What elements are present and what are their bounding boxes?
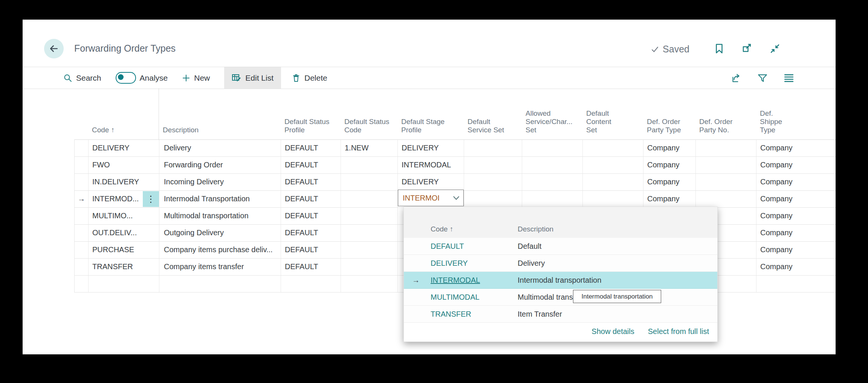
cell-allowed-service-char-set[interactable] — [522, 140, 583, 156]
bookmark-button[interactable] — [713, 42, 726, 55]
filter-button[interactable] — [757, 73, 768, 83]
cell-default-status-profile[interactable]: DEFAULT — [281, 140, 341, 156]
dropdown-row-selected[interactable]: → INTERMODAL Intermodal transportation — [404, 272, 717, 289]
cell-default-stage-profile[interactable]: DELIVERY — [398, 174, 464, 190]
cell-def-shipper-type[interactable]: Company — [756, 225, 836, 241]
dropdown-row-code[interactable]: DEFAULT — [431, 238, 464, 254]
cell-def-order-party-no[interactable] — [696, 157, 756, 173]
column-header-description[interactable]: Description — [159, 88, 281, 139]
cell-default-status-profile[interactable]: DEFAULT — [281, 259, 341, 275]
cell-default-stage-profile[interactable]: INTERMODAL — [398, 157, 464, 173]
cell-def-shipper-type[interactable]: Company — [756, 174, 836, 190]
column-header-def-order-party-type[interactable]: Def. Order Party Type — [643, 88, 695, 139]
cell-code[interactable]: OUT.DELIV... — [89, 225, 159, 241]
cell-default-status-code[interactable] — [341, 242, 398, 258]
cell-code[interactable]: DELIVERY — [89, 140, 159, 156]
cell-code[interactable] — [89, 276, 159, 292]
cell-allowed-service-char-set[interactable] — [522, 174, 583, 190]
dropdown-row[interactable]: DELIVERY Delivery — [404, 255, 717, 272]
open-in-new-window-button[interactable] — [741, 42, 753, 55]
cell-default-status-profile[interactable]: DEFAULT — [281, 208, 341, 224]
cell-def-shipper-type[interactable]: Company — [756, 140, 836, 156]
back-button[interactable] — [44, 39, 64, 58]
column-header-allowed-service-char-set[interactable]: Allowed Service/Char... Set — [522, 88, 582, 139]
column-header-default-status-profile[interactable]: Default Status Profile — [281, 88, 341, 139]
column-header-default-status-code[interactable]: Default Status Code — [341, 88, 397, 139]
delete-button[interactable]: Delete — [292, 74, 327, 83]
table-row[interactable]: IN.DELIVERY Incoming Delivery DEFAULT DE… — [74, 174, 836, 191]
cell-def-order-party-type[interactable]: Company — [643, 191, 696, 207]
table-row[interactable]: DELIVERY Delivery DEFAULT 1.NEW DELIVERY… — [74, 139, 836, 157]
select-from-full-list-link[interactable]: Select from full list — [648, 327, 709, 336]
cell-def-order-party-no[interactable] — [696, 140, 756, 156]
cell-default-status-code[interactable]: 1.NEW — [341, 140, 398, 156]
cell-default-status-code[interactable] — [341, 208, 398, 224]
dropdown-row-code[interactable]: TRANSFER — [431, 306, 471, 322]
dropdown-row-code[interactable]: DELIVERY — [431, 255, 468, 271]
dropdown-column-code[interactable]: Code ↑ — [431, 225, 453, 233]
cell-description[interactable]: Company items purchase deliv... — [159, 242, 281, 258]
cell-default-status-profile[interactable]: DEFAULT — [281, 157, 341, 173]
dropdown-row[interactable]: DEFAULT Default — [404, 238, 717, 255]
chevron-down-icon[interactable] — [453, 195, 460, 201]
column-header-default-stage-profile[interactable]: Default Stage Profile — [397, 88, 464, 139]
cell-default-status-profile[interactable]: DEFAULT — [281, 174, 341, 190]
cell-code[interactable]: PURCHASE — [89, 242, 159, 258]
dropdown-row[interactable]: MULTIMODAL Multimodal transportation — [404, 289, 717, 306]
cell-allowed-service-char-set[interactable] — [522, 157, 583, 173]
dropdown-row-code[interactable]: MULTIMODAL — [431, 289, 480, 305]
dropdown-row-code[interactable]: INTERMODAL — [431, 272, 480, 288]
cell-def-shipper-type[interactable]: Company — [756, 242, 836, 258]
share-button[interactable] — [731, 73, 741, 83]
cell-default-status-profile[interactable]: DEFAULT — [281, 225, 341, 241]
column-header-default-service-set[interactable]: Default Service Set — [464, 88, 522, 139]
search-button[interactable]: Search — [63, 74, 101, 83]
cell-default-service-set[interactable] — [464, 157, 522, 173]
cell-default-status-code[interactable] — [341, 191, 398, 207]
table-row[interactable]: FWO Forwarding Order DEFAULT INTERMODAL … — [74, 157, 836, 174]
cell-default-status-code[interactable] — [341, 225, 398, 241]
cell-default-content-set[interactable] — [583, 140, 643, 156]
cell-default-status-code[interactable] — [341, 174, 398, 190]
cell-default-content-set[interactable] — [583, 191, 643, 207]
cell-description[interactable]: Intermodal Transportation — [159, 191, 281, 207]
cell-def-shipper-type[interactable] — [756, 276, 836, 292]
cell-description[interactable]: Outgoing Delivery — [159, 225, 281, 241]
cell-def-shipper-type[interactable]: Company — [756, 259, 836, 275]
column-header-code[interactable]: Code ↑ — [88, 88, 159, 139]
cell-default-status-code[interactable] — [341, 259, 398, 275]
cell-description[interactable]: Forwarding Order — [159, 157, 281, 173]
choose-columns-button[interactable] — [784, 73, 794, 83]
cell-def-shipper-type[interactable]: Company — [756, 157, 836, 173]
cell-default-service-set[interactable] — [464, 140, 522, 156]
cell-default-content-set[interactable] — [583, 157, 643, 173]
cell-def-order-party-no[interactable] — [696, 174, 756, 190]
cell-def-order-party-type[interactable]: Company — [643, 140, 696, 156]
cell-default-status-profile[interactable] — [281, 276, 341, 292]
cell-allowed-service-char-set[interactable] — [522, 191, 583, 207]
dropdown-row[interactable]: TRANSFER Item Transfer — [404, 306, 717, 323]
column-header-def-shipper-type[interactable]: Def. Shippe Type — [756, 88, 836, 139]
column-header-default-content-set[interactable]: Default Content Set — [582, 88, 643, 139]
cell-default-stage-profile[interactable]: DELIVERY — [398, 140, 464, 156]
row-context-menu-button[interactable]: ⋮ — [143, 191, 159, 207]
cell-description[interactable]: Delivery — [159, 140, 281, 156]
lookup-input-value[interactable]: INTERMOI — [398, 194, 453, 202]
stage-profile-lookup-input[interactable]: INTERMOI — [398, 190, 464, 206]
cell-description[interactable]: Multimodal transportation — [159, 208, 281, 224]
cell-code[interactable]: MULTIMO... — [89, 208, 159, 224]
cell-code[interactable]: FWO — [89, 157, 159, 173]
collapse-view-button[interactable] — [769, 42, 781, 55]
dropdown-column-description[interactable]: Description — [518, 225, 553, 233]
cell-default-status-profile[interactable]: DEFAULT — [281, 242, 341, 258]
cell-code[interactable]: INTERMOD... ⋮ — [89, 191, 159, 207]
new-button[interactable]: New — [182, 74, 210, 83]
cell-code[interactable]: TRANSFER — [89, 259, 159, 275]
cell-def-shipper-type[interactable]: Company — [756, 191, 836, 207]
cell-def-order-party-type[interactable]: Company — [643, 174, 696, 190]
show-details-link[interactable]: Show details — [591, 327, 634, 336]
cell-def-shipper-type[interactable]: Company — [756, 208, 836, 224]
cell-code[interactable]: IN.DELIVERY — [89, 174, 159, 190]
cell-description[interactable]: Incoming Delivery — [159, 174, 281, 190]
cell-def-order-party-no[interactable] — [696, 191, 756, 207]
